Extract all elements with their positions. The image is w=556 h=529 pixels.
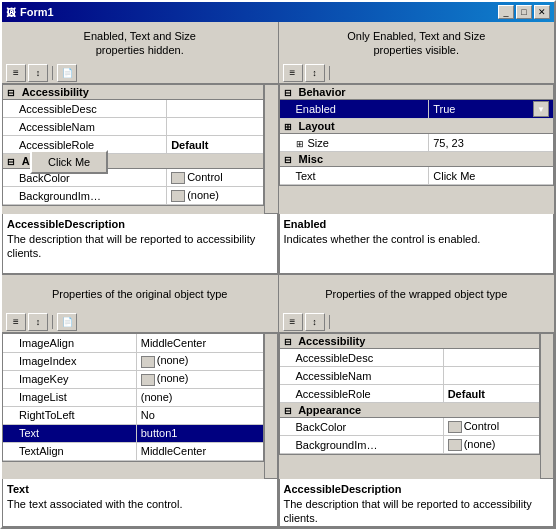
bottom-left-props: ImageAlignMiddleCenter ImageIndex(none) … xyxy=(2,333,264,479)
br-desc-text: The description that will be reported to… xyxy=(284,497,550,526)
bottom-right-grid[interactable]: ⊟ Accessibility AccessibleDesc Accessibl… xyxy=(279,333,541,455)
top-right-grid[interactable]: ⊟ Behavior Enabled True ▼ xyxy=(279,84,555,186)
bottom-right-section: ≡ ↕ ⊟ Accessibility xyxy=(279,311,555,527)
bottom-right-table: ⊟ Accessibility AccessibleDesc Accessibl… xyxy=(280,334,540,454)
category-accessibility: ⊟ Accessibility xyxy=(3,85,263,100)
br-color-swatch-2 xyxy=(448,439,462,451)
bottom-right-desc: AccessibleDescription The description th… xyxy=(279,479,555,527)
br-divider xyxy=(329,315,330,329)
prop-textalign[interactable]: TextAlignMiddleCenter xyxy=(3,442,263,460)
br-categorize-button[interactable]: ≡ xyxy=(283,313,303,331)
category-layout: ⊞ Layout xyxy=(280,119,554,134)
br-prop-backgroundimage[interactable]: BackgroundIm… (none) xyxy=(280,436,540,454)
br-scrollbar[interactable] xyxy=(540,333,554,479)
bottom-labels-row: Properties of the original object type P… xyxy=(2,275,554,311)
bottom-left-table: ImageAlignMiddleCenter ImageIndex(none) … xyxy=(3,334,263,461)
top-right-toolbar: ≡ ↕ xyxy=(279,62,555,84)
property-pages-button[interactable]: 📄 xyxy=(57,64,77,82)
window-icon: 🖼 xyxy=(6,7,16,18)
close-button[interactable]: ✕ xyxy=(534,5,550,19)
size-expand-icon: ⊞ xyxy=(296,139,304,149)
bl-desc-text: The text associated with the control. xyxy=(7,497,273,511)
bl-scrollbar[interactable] xyxy=(264,333,278,479)
bl-categorize-button[interactable]: ≡ xyxy=(6,313,26,331)
top-left-desc-title: AccessibleDescription xyxy=(7,218,273,230)
prop-text-bottom[interactable]: Textbutton1 xyxy=(3,424,263,442)
alphabetic-button[interactable]: ↕ xyxy=(28,64,48,82)
br-prop-backcolor[interactable]: BackColor Control xyxy=(280,418,540,436)
top-right-panel: Only Enabled, Text and Size properties v… xyxy=(279,22,555,274)
bottom-right-props: ⊟ Accessibility AccessibleDesc Accessibl… xyxy=(279,333,541,479)
bottom-left-toolbar: ≡ ↕ 📄 xyxy=(2,311,278,333)
window-title: Form1 xyxy=(20,6,54,18)
click-me-button[interactable]: Click Me xyxy=(30,150,108,174)
br-expand-icon: ⊟ xyxy=(284,337,296,347)
br-desc-title: AccessibleDescription xyxy=(284,483,550,495)
br-color-swatch xyxy=(448,421,462,433)
bl-divider xyxy=(52,315,53,329)
top-right-props-wrapper: ⊟ Behavior Enabled True ▼ xyxy=(279,84,555,214)
top-right-desc: Enabled Indicates whether the control is… xyxy=(279,214,555,274)
bl-pages-button[interactable]: 📄 xyxy=(57,313,77,331)
enabled-dropdown[interactable]: ▼ xyxy=(533,101,549,117)
top-right-desc-text: Indicates whether the control is enabled… xyxy=(284,232,550,246)
maximize-button[interactable]: □ xyxy=(516,5,532,19)
br-category-appearance: ⊟ Appearance xyxy=(280,403,540,418)
br-expand-icon-2: ⊟ xyxy=(284,406,296,416)
bl-desc-title: Text xyxy=(7,483,273,495)
color-swatch-2 xyxy=(171,190,185,202)
bottom-left-props-wrapper: ImageAlignMiddleCenter ImageIndex(none) … xyxy=(2,333,278,479)
top-left-label: Enabled, Text and Size properties hidden… xyxy=(2,22,278,62)
categorize-button[interactable]: ≡ xyxy=(6,64,26,82)
expand-icon-2: ⊟ xyxy=(7,157,19,167)
category-misc: ⊟ Misc xyxy=(280,152,554,167)
bottom-right-props-wrapper: ⊟ Accessibility AccessibleDesc Accessibl… xyxy=(279,333,555,479)
prop-accessiblenam[interactable]: AccessibleNam xyxy=(3,118,263,136)
prop-accessibledesc[interactable]: AccessibleDesc xyxy=(3,100,263,118)
br-prop-accessiblenam[interactable]: AccessibleNam xyxy=(280,367,540,385)
prop-enabled[interactable]: Enabled True ▼ xyxy=(280,100,554,119)
bottom-right-toolbar: ≡ ↕ xyxy=(279,311,555,333)
br-prop-accessiblerole[interactable]: AccessibleRoleDefault xyxy=(280,385,540,403)
top-left-toolbar: ≡ ↕ 📄 xyxy=(2,62,278,84)
bl-alphabetic-button[interactable]: ↕ xyxy=(28,313,48,331)
prop-imagekey[interactable]: ImageKey(none) xyxy=(3,370,263,388)
category-behavior: ⊟ Behavior xyxy=(280,85,554,100)
bottom-left-desc: Text The text associated with the contro… xyxy=(2,479,278,527)
bottom-left-grid[interactable]: ImageAlignMiddleCenter ImageIndex(none) … xyxy=(2,333,264,462)
expand-icon-m: ⊟ xyxy=(284,155,296,165)
prop-backgroundimage[interactable]: BackgroundIm… (none) xyxy=(3,187,263,205)
top-left-scrollbar[interactable] xyxy=(264,84,278,214)
top-right-desc-title: Enabled xyxy=(284,218,550,230)
br-alphabetic-button[interactable]: ↕ xyxy=(305,313,325,331)
bottom-wrapper: Properties of the original object type P… xyxy=(2,275,554,527)
categorize-button-r[interactable]: ≡ xyxy=(283,64,303,82)
minimize-button[interactable]: _ xyxy=(498,5,514,19)
bottom-right-label: Properties of the wrapped object type xyxy=(279,275,555,311)
top-left-desc-text: The description that will be reported to… xyxy=(7,232,273,261)
expand-icon-l: ⊞ xyxy=(284,122,296,132)
title-bar: 🖼 Form1 _ □ ✕ xyxy=(2,2,554,22)
prop-text[interactable]: Text Click Me xyxy=(280,167,554,185)
title-bar-controls: _ □ ✕ xyxy=(498,5,550,19)
bottom-panels: ≡ ↕ 📄 Image xyxy=(2,311,554,527)
top-right-props: ⊟ Behavior Enabled True ▼ xyxy=(279,84,555,214)
enabled-value-container: True ▼ xyxy=(433,101,549,117)
expand-icon-b: ⊟ xyxy=(284,88,296,98)
prop-imagealign[interactable]: ImageAlignMiddleCenter xyxy=(3,334,263,352)
top-left-desc: AccessibleDescription The description th… xyxy=(2,214,278,274)
button-container: Click Me xyxy=(30,140,108,174)
br-category-accessibility: ⊟ Accessibility xyxy=(280,334,540,349)
prop-righttoleft[interactable]: RightToLeftNo xyxy=(3,406,263,424)
prop-imageindex[interactable]: ImageIndex(none) xyxy=(3,352,263,370)
alphabetic-button-r[interactable]: ↕ xyxy=(305,64,325,82)
color-swatch xyxy=(171,172,185,184)
title-bar-left: 🖼 Form1 xyxy=(6,6,54,18)
enabled-value: True xyxy=(433,103,455,115)
color-swatch-4 xyxy=(141,374,155,386)
br-prop-accessibledesc[interactable]: AccessibleDesc xyxy=(280,349,540,367)
prop-size[interactable]: ⊞Size 75, 23 xyxy=(280,134,554,152)
bottom-left-label: Properties of the original object type xyxy=(2,275,279,311)
prop-imagelist[interactable]: ImageList(none) xyxy=(3,388,263,406)
main-content: Enabled, Text and Size properties hidden… xyxy=(2,22,554,527)
